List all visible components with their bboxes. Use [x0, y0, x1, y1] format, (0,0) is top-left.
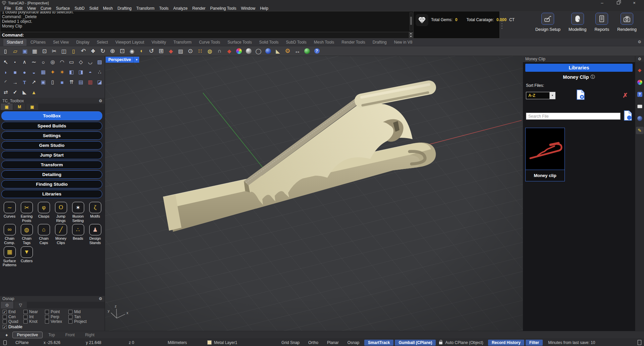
wireframe-sphere-icon[interactable]: ◯ — [254, 47, 263, 55]
library-file-card[interactable]: Money clip — [525, 128, 565, 181]
toolbar-tab[interactable]: CPlanes — [27, 39, 49, 46]
gear-icon[interactable]: ⚙ — [638, 40, 641, 44]
point-icon[interactable]: · — [10, 57, 20, 67]
osnap-option[interactable]: Project — [68, 320, 94, 324]
toolbar-tab[interactable]: Curve Tools — [196, 39, 223, 46]
zoom-selected-icon[interactable]: ◐ — [138, 47, 146, 55]
status-toggle[interactable]: Osnap — [344, 340, 363, 346]
plane-icon[interactable]: ▯ — [48, 77, 57, 87]
rotate-view-icon[interactable]: ↻ — [99, 47, 107, 55]
library-item-illusion-setting[interactable]: ✶ Illusion Setting — [69, 202, 87, 223]
perspective-viewport[interactable]: Perspective ▼ — [105, 56, 523, 331]
status-toggle[interactable]: Grid Snap — [278, 340, 303, 346]
menu-item[interactable]: View — [25, 6, 38, 11]
toolbar-tab[interactable]: Mesh Tools — [311, 39, 337, 46]
lamp-icon[interactable]: ◍ — [206, 47, 214, 55]
checkbox[interactable] — [23, 310, 28, 314]
units-selector[interactable]: Millimeters — [168, 340, 207, 345]
toolbox-category-button[interactable]: Libraries — [1, 190, 102, 198]
add-file-button[interactable] — [576, 90, 585, 101]
menu-item[interactable]: File — [2, 6, 13, 11]
revolve-icon[interactable]: ◒ — [29, 67, 39, 77]
osnap-disable-option[interactable]: Disable — [0, 324, 105, 331]
osnap-option[interactable]: Mid — [68, 310, 94, 314]
move-icon[interactable]: ↗ — [29, 77, 39, 87]
solid-icon[interactable]: ■ — [57, 77, 67, 87]
status-toggle[interactable]: Ortho — [305, 340, 322, 346]
checkbox[interactable] — [68, 320, 72, 324]
select-arrow-icon[interactable]: ↖ — [1, 57, 10, 67]
library-item-surface-patterns[interactable]: ▦ Surface Patterns — [1, 246, 18, 267]
toolbar-tab[interactable]: Transform — [170, 39, 195, 46]
library-item-money-clips[interactable]: ╱ Money Clips — [52, 224, 69, 245]
osnap-option[interactable]: Cen — [3, 314, 23, 319]
toolbox-category-button[interactable]: Settings — [1, 131, 102, 140]
library-item-clasps[interactable]: φ Clasps — [35, 202, 52, 223]
spin-down-button[interactable] — [409, 35, 413, 38]
checkbox[interactable] — [3, 325, 7, 329]
status-toggle[interactable]: Planar — [323, 340, 342, 346]
sort-select[interactable]: A-Z ▼ — [526, 92, 555, 99]
mesh-icon[interactable]: ▦ — [39, 67, 48, 77]
rectangle-icon[interactable]: ▭ — [67, 57, 76, 67]
dimension-icon[interactable]: ↔ — [293, 47, 302, 55]
render-green-sphere-icon[interactable] — [303, 47, 311, 55]
properties-icon[interactable]: ⊡ — [40, 47, 49, 55]
scrollbar-thumb[interactable] — [410, 17, 412, 25]
checkbox[interactable] — [23, 315, 28, 319]
point-cloud-icon[interactable]: ∷ — [196, 47, 204, 55]
toolbox-category-button[interactable]: Jump Start — [1, 151, 102, 159]
modelling-button[interactable]: Modelling — [569, 13, 587, 39]
osnap-option[interactable]: Tan — [68, 314, 94, 319]
extrude-icon[interactable]: ◗ — [1, 67, 10, 77]
checkbox[interactable] — [23, 320, 28, 324]
ellipse-icon[interactable]: ◎ — [48, 57, 57, 67]
toolbar-tab[interactable]: Display — [73, 39, 93, 46]
menu-item[interactable]: Analyze — [171, 6, 190, 11]
restore-button[interactable] — [616, 1, 621, 5]
toolbar-tab[interactable]: SubD Tools — [283, 39, 310, 46]
gear-icon[interactable]: ⚙ — [99, 99, 102, 103]
zoom-window-icon[interactable]: ⊡ — [118, 47, 126, 55]
library-item-beads[interactable]: ∴ Beads — [69, 224, 87, 245]
menu-item[interactable]: Render — [190, 6, 208, 11]
add-viewport-button[interactable]: + — [2, 333, 11, 338]
search-file-input[interactable] — [526, 113, 621, 120]
viewport-title[interactable]: Perspective ▼ — [106, 57, 139, 63]
library-item-earring-posts[interactable]: ✂ Earring Posts — [18, 202, 35, 223]
save-icon[interactable]: ▣ — [21, 47, 29, 55]
array-icon[interactable]: ▤ — [76, 77, 86, 87]
toolbar-tab[interactable]: Viewport Layout — [112, 39, 148, 46]
osnap-option[interactable]: Quad — [3, 320, 23, 324]
flow-icon[interactable]: ◪ — [95, 77, 104, 87]
menu-item[interactable]: Help — [258, 6, 271, 11]
menu-item[interactable]: SubD — [72, 6, 87, 11]
extrude-up-icon[interactable]: ⇈ — [67, 77, 76, 87]
cut-icon[interactable]: ✂ — [50, 47, 58, 55]
menu-item[interactable]: Tools — [157, 6, 171, 11]
osnap-option[interactable]: End — [3, 310, 23, 314]
viewport-title-label[interactable]: Perspective — [106, 57, 133, 63]
box-icon[interactable]: ■ — [10, 67, 20, 77]
split-icon[interactable]: ◨ — [76, 67, 86, 77]
command-area[interactable]: 1 closed polysurface added to selection.… — [0, 11, 414, 39]
text-icon[interactable]: T — [20, 77, 29, 87]
analyze-icon[interactable]: ⇄ — [1, 87, 10, 97]
color-wheel-icon[interactable] — [235, 47, 243, 55]
gumball-toggle[interactable]: Gumball (CPlane) — [395, 340, 436, 346]
info-icon[interactable]: ⓘ — [591, 74, 595, 80]
zoom-extents-icon[interactable]: ◉ — [128, 47, 136, 55]
osnap-option[interactable]: Near — [23, 310, 45, 314]
pan-icon[interactable]: ❖ — [89, 47, 97, 55]
library-item-chain-caps[interactable]: ⌂ Chain Caps — [35, 224, 52, 245]
library-item-cutters[interactable]: ▼ Cutters — [18, 246, 35, 267]
paste-icon[interactable]: ▯ — [69, 47, 78, 55]
checkbox[interactable] — [45, 310, 49, 314]
cplane-selector[interactable]: CPlane — [11, 340, 44, 345]
viewport-tab[interactable]: Top — [44, 332, 59, 338]
toolbox-category-button[interactable]: Speed Builds — [1, 122, 102, 130]
copy-icon[interactable]: ◫ — [60, 47, 68, 55]
checkbox[interactable] — [68, 310, 72, 314]
shield-icon[interactable]: ◆ — [225, 47, 233, 55]
menu-item[interactable]: Transform — [134, 6, 157, 11]
